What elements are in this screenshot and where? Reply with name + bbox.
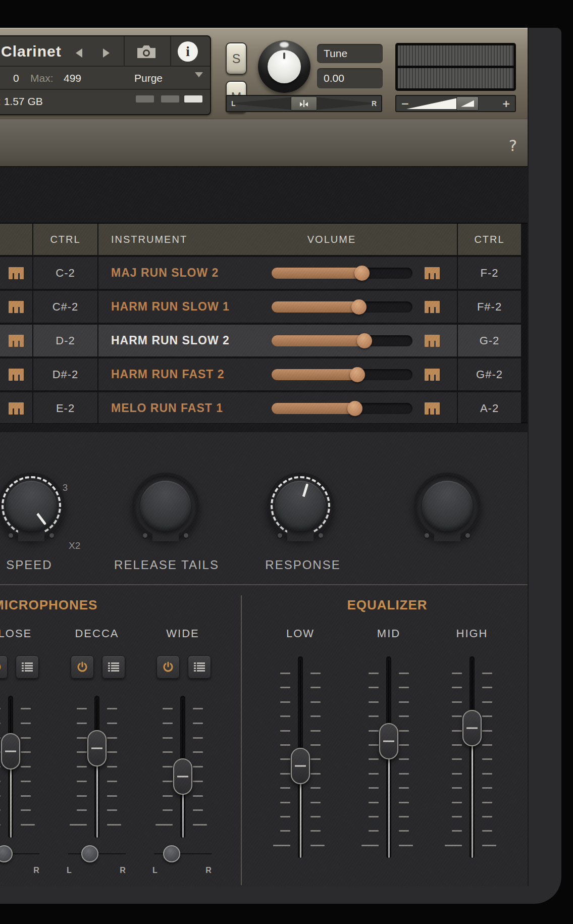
keyboard-icon[interactable] — [424, 267, 440, 280]
release-tails-knob[interactable] — [132, 473, 199, 539]
keyboard-icon[interactable] — [424, 334, 440, 347]
pan-knob[interactable] — [0, 845, 13, 862]
purge-dropdown-icon[interactable] — [195, 72, 203, 77]
volume-handle[interactable] — [456, 96, 479, 111]
tune-value[interactable]: 0.00 — [317, 68, 383, 88]
volume-slider-knob[interactable] — [350, 367, 365, 382]
microphones-title: MICROPHONES — [0, 597, 97, 613]
speed-knob[interactable] — [0, 473, 65, 539]
articulation-name: HARM RUN SLOW 1 — [111, 300, 230, 314]
mic-pan-slider[interactable] — [68, 853, 126, 854]
keyboard-icon[interactable] — [8, 267, 24, 280]
mic-pan-slider[interactable] — [154, 853, 212, 854]
power-icon — [76, 661, 88, 673]
purge-button[interactable]: Purge — [134, 72, 163, 84]
instrument-view: Clarinet i 0 Max: 499 Purge — [0, 28, 529, 886]
table-row[interactable]: C#-2 HARM RUN SLOW 1 F#-2 — [0, 291, 521, 323]
mic-output-list-button[interactable] — [188, 655, 211, 679]
volume-slider[interactable] — [272, 335, 412, 346]
fader-tick — [21, 824, 35, 826]
mic-channel-wide: WIDE L R — [142, 626, 223, 886]
volume-slider[interactable] — [272, 301, 412, 313]
memory-segment — [136, 95, 154, 102]
divider — [170, 36, 171, 67]
volume-slider-knob[interactable] — [351, 299, 367, 315]
table-row[interactable]: C-2 MAJ RUN SLOW 2 F-2 — [0, 257, 521, 289]
volume-slider[interactable] — [272, 403, 412, 414]
fader-handle[interactable] — [87, 730, 107, 766]
fader-tick — [445, 845, 462, 846]
pan-left-label: L — [150, 866, 160, 875]
divider — [124, 36, 125, 67]
info-button[interactable]: i — [178, 41, 198, 62]
keyboard-icon[interactable] — [8, 402, 24, 415]
mic-output-list-button[interactable] — [102, 655, 125, 679]
help-button[interactable]: ? — [504, 136, 522, 155]
keyswitch-right: G#-2 — [458, 358, 521, 390]
pan-right-label: R — [203, 866, 214, 875]
prev-instrument-icon[interactable] — [76, 48, 82, 58]
keyboard-icon[interactable] — [8, 368, 24, 381]
keyswitch-left: D#-2 — [33, 358, 97, 390]
voices-current: 0 — [13, 72, 19, 84]
unlabeled-knob[interactable] — [414, 473, 481, 539]
mic-power-button[interactable] — [71, 655, 94, 679]
keyboard-icon[interactable] — [424, 402, 440, 415]
release-tails-label: RELEASE TAILS — [106, 558, 227, 572]
pan-knob[interactable] — [81, 845, 98, 862]
section-divider — [0, 584, 529, 585]
keyboard-icon[interactable] — [8, 334, 24, 347]
header-ctrl-left: CTRL — [33, 224, 97, 255]
fader-handle[interactable] — [379, 723, 398, 759]
speed-max-label: X2 — [69, 540, 80, 551]
volume-slider-knob[interactable] — [354, 266, 370, 281]
pan-handle[interactable] — [291, 96, 317, 111]
fader-tick — [21, 708, 31, 709]
tune-label: Tune — [317, 44, 383, 63]
pan-knob[interactable] — [163, 845, 180, 862]
tune-knob[interactable] — [258, 40, 310, 93]
keyswitch-right: F-2 — [458, 257, 521, 289]
instrument-info-panel: Clarinet i 0 Max: 499 Purge — [0, 35, 211, 115]
fader-tick — [0, 708, 1, 709]
snapshot-camera-button[interactable] — [135, 44, 158, 60]
table-row[interactable]: E-2 MELO RUN FAST 1 A-2 — [0, 392, 521, 424]
mic-power-button[interactable] — [157, 655, 180, 679]
tune-knob-pointer — [283, 53, 285, 59]
volume-slider-knob[interactable] — [347, 401, 362, 416]
fader-handle[interactable] — [173, 758, 192, 795]
volume-wedge-icon — [461, 100, 474, 107]
keyboard-icon[interactable] — [424, 300, 440, 314]
mic-output-list-button[interactable] — [16, 655, 39, 679]
keyswitch-right: A-2 — [458, 392, 521, 424]
solo-button[interactable]: S — [226, 42, 247, 75]
fader-handle[interactable] — [462, 710, 482, 746]
pan-center-icon — [298, 99, 309, 108]
mic-power-button[interactable] — [0, 655, 8, 679]
pan-slider[interactable]: L R — [226, 95, 382, 112]
fader-tick — [361, 845, 379, 846]
keyboard-icon[interactable] — [424, 368, 440, 381]
volume-slider[interactable] — [272, 268, 412, 279]
fader-handle[interactable] — [291, 748, 310, 784]
fader-tick — [77, 708, 87, 709]
memory-segment — [161, 95, 179, 102]
voices-max-value: 499 — [64, 72, 81, 84]
volume-slider-master[interactable]: − + — [395, 95, 516, 112]
pan-left-label: L — [64, 866, 74, 875]
table-row[interactable]: D-2 HARM RUN SLOW 2 G-2 — [0, 325, 521, 356]
volume-wedge — [406, 97, 460, 109]
next-instrument-icon[interactable] — [103, 48, 110, 58]
meter-right-channel — [398, 68, 513, 88]
fader-tick — [273, 845, 290, 846]
fader-handle[interactable] — [1, 733, 20, 769]
volume-slider[interactable] — [272, 369, 412, 380]
voices-max-label: Max: — [30, 72, 54, 84]
table-row[interactable]: D#-2 HARM RUN FAST 2 G#-2 — [0, 358, 521, 390]
keyswitch-left: E-2 — [33, 392, 97, 424]
response-knob[interactable] — [267, 473, 334, 539]
volume-slider-knob[interactable] — [357, 333, 372, 348]
keyboard-icon[interactable] — [8, 300, 24, 314]
mic-pan-slider[interactable] — [0, 853, 39, 854]
eq-band-low: LOW — [260, 626, 341, 886]
